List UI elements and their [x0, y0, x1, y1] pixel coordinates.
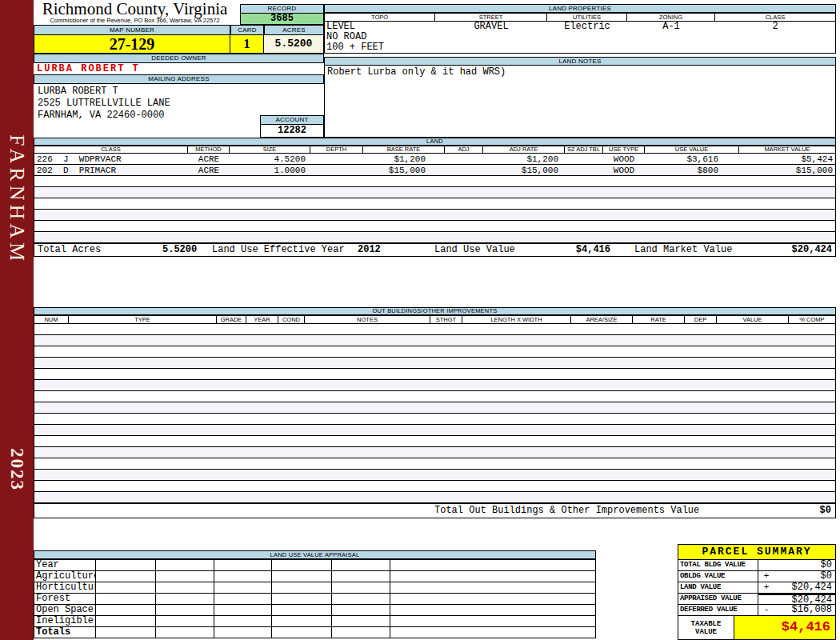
appraisal-cell [332, 582, 390, 594]
column-header: STREET [435, 14, 547, 21]
effective-year-value: 2012 [358, 244, 381, 256]
road-note: NO ROAD [325, 32, 835, 42]
appraisal-cell [390, 616, 596, 627]
empty-row [34, 369, 835, 380]
empty-row [34, 346, 835, 358]
mailing-address-header: MAILING ADDRESS [34, 74, 324, 84]
column-header: BASE RATE [363, 146, 445, 153]
land-properties-header: LAND PROPERTIES [324, 4, 836, 13]
title-block: Richmond County, Virginia Commissioner o… [34, 0, 236, 25]
appraisal-cell [214, 594, 272, 605]
sidebar: FARNHAM 2023 [0, 0, 34, 640]
appraisal-cell [272, 627, 332, 638]
land-cell-use-value: $3,616 [645, 154, 739, 164]
frontage-note: 100 + FEET [325, 42, 835, 53]
parcel-summary-row: LAND VALUE + $20,424 [678, 582, 835, 594]
column-header: TOPO [325, 14, 435, 21]
empty-row [34, 481, 835, 492]
appraisal-cell [96, 616, 156, 627]
column-header: ZONING [627, 14, 715, 21]
column-header: ADJ RATE [483, 146, 565, 153]
appraisal-cell [390, 560, 596, 571]
total-acres-value: 5.5200 [162, 244, 197, 256]
land-cell-base-rate: $1,200 [363, 154, 445, 164]
land-row: 226 J WDPRVACR ACRE 4.5200 $1,200 $1,200… [34, 154, 835, 165]
column-header: USE TYPE [603, 146, 645, 153]
land-cell-adj [445, 154, 483, 164]
acres-header: ACRES [264, 25, 324, 35]
appraisal-cell [214, 582, 272, 594]
appraisal-cell [272, 594, 332, 605]
land-market-value-label: Land Market Value [634, 244, 732, 256]
parcel-row-op [758, 560, 774, 570]
land-cell-use-value: $800 [645, 165, 739, 175]
empty-row [34, 232, 835, 243]
appraisal-cell [272, 571, 332, 582]
parcel-summary-row: DEFERRED VALUE - $16,008 [678, 605, 835, 616]
empty-row [34, 187, 835, 198]
empty-row [34, 358, 835, 369]
land-cell-adj-rate: $1,200 [483, 154, 565, 164]
appraisal-cell [214, 627, 272, 638]
appraisal-cell [214, 560, 272, 571]
parcel-row-op: - [758, 605, 774, 615]
empty-row [34, 198, 835, 210]
appraisal-cell [272, 616, 332, 627]
column-header: GRADE [217, 316, 246, 323]
parcel-summary-row: OBLDG VALUE + $0 [678, 571, 835, 582]
appraisal-row-label: Agriculture [34, 571, 96, 582]
column-header: COND [278, 316, 305, 323]
parcel-summary-row: TOTAL BLDG VALUE $0 [678, 560, 835, 571]
empty-row [34, 210, 835, 221]
parcel-summary-header: PARCEL SUMMARY [678, 545, 835, 560]
land-cell-use-type: WOOD [603, 154, 645, 164]
column-header: YEAR [246, 316, 278, 323]
empty-row [34, 447, 835, 458]
column-header: RATE [633, 316, 685, 323]
appraisal-cell [96, 594, 156, 605]
deeded-owner-header: DEEDED OWNER [34, 54, 324, 63]
appraisal-cell [272, 582, 332, 594]
empty-row [34, 402, 835, 414]
column-header: CLASS [715, 14, 835, 21]
land-cell-depth [310, 154, 363, 164]
land-cell-use-type: WOOD [603, 165, 645, 175]
land-notes-value: Robert Lurba only & it had WRS) [324, 66, 836, 138]
appraisal-cell [156, 605, 214, 616]
parcel-row-value: $16,008 [774, 605, 835, 615]
appraisal-cell [332, 594, 390, 605]
land-cell-market-value: $15,000 [739, 165, 835, 175]
account-value: 12282 [260, 125, 324, 138]
parcel-row-label: DEFERRED VALUE [678, 605, 758, 615]
property-record-card: FARNHAM 2023 Richmond County, Virginia C… [0, 0, 840, 640]
empty-row [34, 221, 835, 232]
record-value: 3685 [240, 14, 324, 25]
parcel-row-op: + [758, 571, 774, 582]
parcel-row-label: LAND VALUE [678, 582, 758, 593]
appraisal-cell [156, 571, 214, 582]
appraisal-cell [96, 571, 156, 582]
appraisal-cell [390, 627, 596, 638]
empty-row [34, 335, 835, 346]
appraisal-cell [156, 582, 214, 594]
parcel-summary: PARCEL SUMMARY TOTAL BLDG VALUE $0 OBLDG… [678, 544, 836, 640]
map-number-header: MAP NUMBER [34, 25, 230, 35]
column-header: DEPTH [310, 146, 363, 153]
column-header: SIZE [230, 146, 310, 153]
land-properties-values: LEVEL GRAVEL Electric A-1 2 NO ROAD 100 … [324, 22, 836, 54]
column-header: USE VALUE [645, 146, 739, 153]
parcel-row-label: OBLDG VALUE [678, 571, 758, 582]
land-cell-size: 1.0000 [230, 165, 310, 175]
column-header: DEP [685, 316, 717, 323]
appraisal-cell [272, 560, 332, 571]
appraisal-row-label: Forest [34, 594, 96, 605]
appraisal-row-label: Ineligible [34, 616, 96, 627]
empty-row [34, 324, 835, 335]
appraisal-cell [214, 616, 272, 627]
column-header: STHGT [430, 316, 462, 323]
effective-year-label: Land Use Effective Year [212, 244, 345, 256]
land-notes-header: LAND NOTES [324, 57, 836, 66]
empty-row [34, 414, 835, 425]
land-cell-adj [445, 165, 483, 175]
account-header: ACCOUNT [260, 115, 324, 125]
